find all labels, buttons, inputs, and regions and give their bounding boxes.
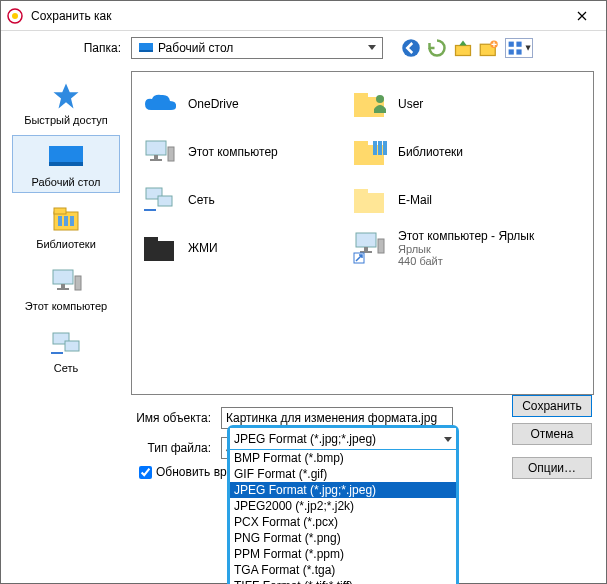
item-name: OneDrive — [188, 97, 239, 111]
svg-rect-11 — [516, 49, 521, 54]
svg-rect-26 — [354, 93, 368, 99]
place-net[interactable]: Сеть — [12, 321, 120, 379]
options-button[interactable]: Опции… — [512, 457, 592, 479]
star-icon — [13, 80, 119, 112]
filetype-option[interactable]: PNG Format (*.png) — [230, 530, 456, 546]
network-icon — [13, 328, 119, 360]
cancel-button[interactable]: Отмена — [512, 423, 592, 445]
pc-shortcut-icon — [350, 228, 390, 268]
place-label: Быстрый доступ — [13, 114, 119, 126]
file-listing[interactable]: OneDrive User Этот компьютер Библиотеки … — [131, 71, 594, 395]
filetype-label: Тип файла: — [1, 441, 221, 455]
filename-label: Имя объекта: — [1, 411, 221, 425]
item-name: Библиотеки — [398, 145, 463, 159]
item-sub: Ярлык — [398, 243, 534, 255]
recent-button[interactable] — [427, 38, 447, 58]
svg-rect-31 — [168, 147, 174, 161]
place-quick[interactable]: Быстрый доступ — [12, 73, 120, 131]
svg-rect-38 — [158, 196, 172, 206]
filetype-dropdown-value: JPEG Format (*.jpg;*.jpeg) — [234, 432, 444, 446]
filetype-option[interactable]: JPEG2000 (*.jp2;*.j2k) — [230, 498, 456, 514]
save-button[interactable]: Сохранить — [512, 395, 592, 417]
libraries-icon — [350, 132, 390, 172]
chevron-down-icon[interactable] — [364, 38, 380, 58]
close-button[interactable] — [564, 4, 600, 28]
svg-point-27 — [376, 95, 384, 103]
views-button[interactable] — [505, 38, 533, 58]
filetype-dropdown[interactable]: JPEG Format (*.jpg;*.jpeg) BMP Format (*… — [227, 425, 459, 584]
list-item[interactable]: Сеть — [136, 176, 346, 224]
svg-rect-8 — [509, 42, 514, 47]
svg-rect-46 — [378, 239, 384, 253]
filetype-option[interactable]: PCX Format (*.pcx) — [230, 514, 456, 530]
svg-rect-24 — [65, 341, 79, 351]
body: Быстрый доступ Рабочий стол Библиотеки Э… — [1, 65, 606, 395]
user-folder-icon — [350, 84, 390, 124]
item-sub: 440 байт — [398, 255, 534, 267]
list-item[interactable]: E-Mail — [346, 176, 556, 224]
chevron-down-icon[interactable] — [444, 432, 452, 446]
place-pc[interactable]: Этот компьютер — [12, 259, 120, 317]
filetype-option[interactable]: JPEG Format (*.jpg;*.jpeg) — [230, 482, 456, 498]
filetype-option[interactable]: GIF Format (*.gif) — [230, 466, 456, 482]
item-name: Этот компьютер - Ярлык — [398, 229, 534, 243]
up-button[interactable] — [453, 38, 473, 58]
place-label: Рабочий стол — [13, 176, 119, 188]
nav-toolbar — [401, 38, 533, 58]
svg-rect-28 — [146, 141, 166, 155]
app-icon — [7, 8, 23, 24]
svg-rect-19 — [53, 270, 73, 284]
folder-row: Папка: Рабочий стол — [1, 31, 606, 65]
filetype-option[interactable]: PPM Format (*.ppm) — [230, 546, 456, 562]
filetype-option[interactable]: TIFF Format (*.tif;*.tiff) — [230, 578, 456, 584]
svg-point-1 — [12, 13, 18, 19]
svg-point-4 — [402, 39, 420, 57]
list-item[interactable]: Этот компьютер - Ярлык Ярлык 440 байт — [346, 224, 556, 272]
svg-rect-43 — [356, 233, 376, 247]
back-button[interactable] — [401, 38, 421, 58]
svg-rect-21 — [57, 288, 69, 290]
folder-label: Папка: — [1, 41, 131, 55]
place-label: Библиотеки — [13, 238, 119, 250]
svg-rect-9 — [516, 42, 521, 47]
folder-combo[interactable]: Рабочий стол — [131, 37, 383, 59]
filetype-option[interactable]: BMP Format (*.bmp) — [230, 450, 456, 466]
update-time-checkbox[interactable] — [139, 466, 152, 479]
filetype-dropdown-header[interactable]: JPEG Format (*.jpg;*.jpeg) — [230, 428, 456, 450]
svg-rect-15 — [54, 208, 66, 214]
pc-icon — [13, 266, 119, 298]
place-libs[interactable]: Библиотеки — [12, 197, 120, 255]
svg-rect-17 — [64, 216, 68, 226]
svg-rect-34 — [373, 141, 377, 155]
svg-rect-18 — [70, 216, 74, 226]
svg-rect-5 — [456, 46, 471, 56]
svg-rect-3 — [139, 50, 153, 52]
place-desktop[interactable]: Рабочий стол — [12, 135, 120, 193]
list-item[interactable]: ЖМИ — [136, 224, 346, 272]
svg-rect-39 — [354, 193, 384, 213]
svg-rect-44 — [364, 247, 368, 251]
svg-rect-13 — [49, 162, 83, 166]
svg-rect-42 — [144, 237, 158, 243]
list-item[interactable]: OneDrive — [136, 80, 346, 128]
svg-rect-22 — [75, 276, 81, 290]
desktop-icon — [138, 40, 154, 56]
filetype-options: BMP Format (*.bmp)GIF Format (*.gif)JPEG… — [230, 450, 456, 584]
list-item[interactable]: User — [346, 80, 556, 128]
list-item[interactable]: Этот компьютер — [136, 128, 346, 176]
places-bar: Быстрый доступ Рабочий стол Библиотеки Э… — [1, 65, 131, 395]
desktop-icon — [13, 142, 119, 174]
libraries-icon — [13, 204, 119, 236]
titlebar: Сохранить как — [1, 1, 606, 31]
filetype-option[interactable]: TGA Format (*.tga) — [230, 562, 456, 578]
onedrive-icon — [140, 84, 180, 124]
place-label: Этот компьютер — [13, 300, 119, 312]
place-label: Сеть — [13, 362, 119, 374]
save-dialog: Сохранить как Папка: Рабочий стол Быстры… — [0, 0, 607, 584]
item-name: Сеть — [188, 193, 215, 207]
list-item[interactable]: Библиотеки — [346, 128, 556, 176]
newfolder-button[interactable] — [479, 38, 499, 58]
svg-rect-20 — [61, 284, 65, 288]
svg-rect-36 — [383, 141, 387, 155]
svg-rect-40 — [354, 189, 368, 195]
